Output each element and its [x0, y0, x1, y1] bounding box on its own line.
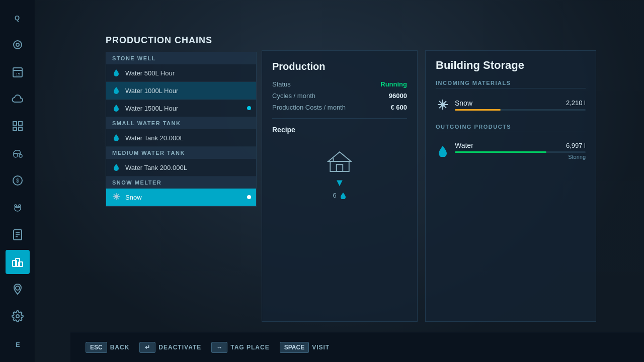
enter-key: ↵	[139, 342, 155, 353]
water-icon-small	[112, 86, 121, 95]
category-snow-melter: SNOW MELTER	[106, 176, 256, 189]
outgoing-products-title: OUTGOING PRODUCTS	[436, 124, 586, 132]
svg-point-25	[16, 315, 19, 318]
svg-point-11	[19, 154, 22, 157]
sidebar-item-e[interactable]: E	[6, 332, 30, 356]
svg-rect-34	[337, 164, 343, 171]
svg-point-15	[15, 205, 17, 207]
svg-rect-6	[13, 122, 17, 125]
incoming-snow-bar	[455, 109, 501, 111]
sidebar-item-contracts[interactable]	[6, 223, 30, 247]
svg-text:$: $	[16, 178, 19, 184]
svg-text:15: 15	[16, 72, 20, 76]
water-icon-small	[112, 68, 121, 77]
outgoing-water-amount: 6,997 l	[566, 142, 586, 149]
chain-item-tank-200k[interactable]: Water Tank 200.000L	[106, 159, 256, 176]
outgoing-water-name: Water	[455, 141, 473, 149]
incoming-materials-title: INCOMING MATERIALS	[436, 80, 586, 88]
svg-text:Q: Q	[15, 14, 20, 22]
chain-item-water-1000[interactable]: Water 1000L Hour	[106, 82, 256, 100]
arrows-key: ↔	[211, 342, 227, 353]
main-content: PRODUCTION CHAINS STONE WELL Water 500L …	[35, 0, 644, 362]
esc-key: ESC	[86, 342, 107, 353]
stat-status: Status Running	[272, 80, 407, 88]
building-storage-title: Building Storage	[436, 59, 586, 72]
chain-item-water-1500[interactable]: Water 1500L Hour	[106, 100, 256, 117]
production-chains-panel: PRODUCTION CHAINS STONE WELL Water 500L …	[106, 35, 257, 322]
recipe-output: 6	[333, 192, 346, 199]
active-dot	[247, 106, 251, 110]
deactivate-button[interactable]: ↵ DEACTIVATE	[139, 342, 201, 353]
stat-cycles-value: 96000	[389, 92, 407, 100]
svg-marker-33	[329, 152, 351, 161]
sidebar-item-map[interactable]	[6, 277, 30, 301]
sidebar-item-q[interactable]: Q	[6, 6, 30, 30]
chain-item-tank-20k[interactable]: Water Tank 20.000L	[106, 129, 256, 147]
production-chains-title: PRODUCTION CHAINS	[106, 35, 257, 46]
recipe-arrow-icon: ▼	[335, 177, 345, 189]
chain-list: STONE WELL Water 500L Hour Water 1000L H…	[106, 52, 257, 207]
visit-label: VISIT	[312, 344, 330, 351]
stat-costs-label: Production Costs / month	[272, 104, 346, 111]
category-stone-well: STONE WELL	[106, 52, 256, 64]
snow-storage-icon	[436, 98, 450, 112]
water-icon-small	[112, 163, 121, 172]
active-dot	[247, 195, 251, 199]
chain-item-label: Snow	[125, 194, 250, 201]
chain-item-label: Water Tank 20.000L	[125, 134, 250, 142]
sidebar-item-weather[interactable]	[6, 87, 30, 111]
back-label: BACK	[110, 344, 130, 351]
category-small-water-tank: SMALL WATER TANK	[106, 117, 256, 129]
space-key: SPACE	[280, 342, 309, 353]
svg-point-10	[14, 153, 18, 157]
deactivate-label: DEACTIVATE	[158, 344, 201, 351]
recipe-title: Recipe	[272, 126, 407, 134]
svg-point-1	[14, 41, 22, 49]
svg-rect-32	[330, 161, 349, 171]
sidebar-item-animals[interactable]	[6, 196, 30, 220]
stat-status-value: Running	[380, 80, 407, 88]
sidebar-item-settings[interactable]	[6, 304, 30, 328]
chain-item-water-500[interactable]: Water 500L Hour	[106, 64, 256, 82]
outgoing-water-bar	[455, 151, 546, 153]
bottom-bar: ESC BACK ↵ DEACTIVATE ↔ TAG PLACE SPACE …	[70, 332, 644, 362]
stat-cycles-label: Cycles / month	[272, 92, 315, 100]
svg-point-2	[16, 43, 19, 46]
svg-text:E: E	[16, 341, 20, 348]
outgoing-water-bar-container	[455, 151, 586, 153]
incoming-snow-bar-container	[455, 109, 586, 111]
sidebar-item-production[interactable]	[6, 250, 30, 274]
stat-cycles: Cycles / month 96000	[272, 92, 407, 100]
recipe-building-icon	[327, 149, 352, 174]
sidebar-item-tractor[interactable]	[6, 141, 30, 165]
recipe-area: ▼ 6	[272, 144, 407, 204]
incoming-snow-amount: 2,210 l	[566, 99, 586, 107]
sidebar-item-calendar[interactable]: 15	[6, 60, 30, 84]
building-storage-panel: Building Storage INCOMING MATERIALS Snow	[425, 50, 596, 322]
water-storage-icon	[436, 144, 450, 158]
back-button[interactable]: ESC BACK	[86, 342, 129, 353]
svg-point-24	[16, 286, 20, 290]
svg-point-16	[19, 205, 21, 207]
chain-item-label: Water 1500L Hour	[125, 105, 250, 112]
chain-item-label: Water 1000L Hour	[125, 87, 250, 95]
visit-button[interactable]: SPACE VISIT	[280, 342, 330, 353]
stat-status-label: Status	[272, 80, 291, 88]
production-panel-title: Production	[272, 61, 407, 72]
sidebar-item-menu[interactable]	[6, 33, 30, 57]
tag-place-label: TAG PLACE	[230, 344, 269, 351]
snow-icon	[112, 193, 121, 202]
sidebar-item-stats[interactable]	[6, 114, 30, 138]
svg-rect-8	[13, 127, 17, 131]
svg-rect-7	[19, 122, 22, 125]
incoming-snow-content: Snow 2,210 l	[455, 99, 586, 111]
incoming-snow-name: Snow	[455, 99, 472, 107]
tag-place-button[interactable]: ↔ TAG PLACE	[211, 342, 269, 353]
chain-item-label: Water Tank 200.000L	[125, 164, 250, 171]
water-icon-small	[112, 133, 121, 142]
recipe-count: 6	[333, 192, 336, 199]
category-medium-water-tank: MEDIUM WATER TANK	[106, 147, 256, 159]
sidebar-item-money[interactable]: $	[6, 168, 30, 193]
chain-item-snow[interactable]: Snow	[106, 189, 256, 206]
outgoing-water-item: Water 6,997 l Storing	[436, 137, 586, 164]
